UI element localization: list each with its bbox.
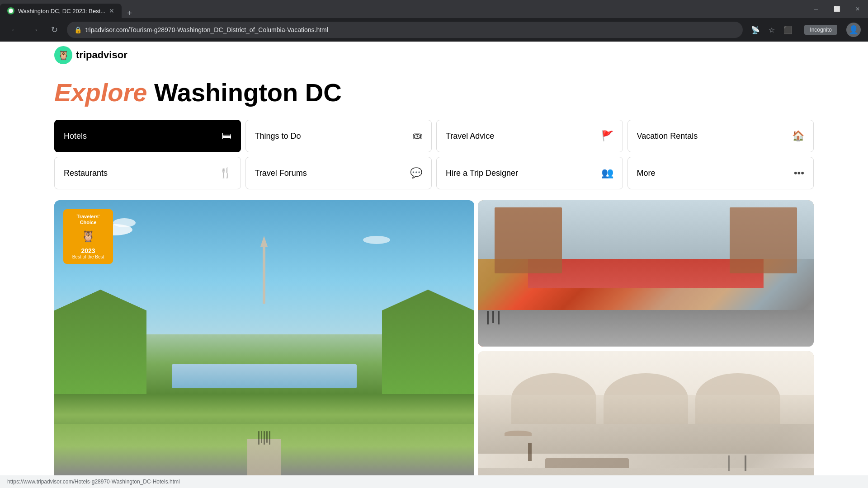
more-label: More <box>637 169 656 178</box>
category-travel-advice[interactable]: Travel Advice 🚩 <box>436 120 623 152</box>
hire-trip-designer-label: Hire a Trip Designer <box>446 169 518 178</box>
travel-forums-icon: 💬 <box>410 167 422 179</box>
city-name: Washington DC <box>154 78 342 107</box>
travel-advice-icon: 🚩 <box>601 130 613 142</box>
status-bar: https://www.tripadvisor.com/Hotels-g2897… <box>0 475 868 488</box>
window-controls: ─ ⬜ ✕ <box>806 0 868 18</box>
left-trees <box>54 290 146 394</box>
site-header: 🦉 tripadvisor <box>0 42 868 69</box>
restaurants-icon: 🍴 <box>219 167 231 179</box>
url-text: tripadvisor.com/Tourism-g28970-Washingto… <box>85 26 328 33</box>
forward-button[interactable]: → <box>27 23 42 37</box>
category-restaurants[interactable]: Restaurants 🍴 <box>54 157 241 189</box>
category-hire-trip-designer[interactable]: Hire a Trip Designer 👥 <box>436 157 623 189</box>
hotels-icon: 🛏 <box>222 130 231 142</box>
explore-heading: Explore Washington DC <box>54 78 814 107</box>
tab-title: Washington DC, DC 2023: Best... <box>18 8 105 14</box>
things-to-do-icon: 🎟 <box>412 130 422 142</box>
category-grid: Hotels 🛏 Things to Do 🎟 Travel Advice 🚩 … <box>54 120 814 189</box>
people-row <box>54 431 474 445</box>
photo-top-bg <box>478 200 814 347</box>
main-content: Explore Washington DC Hotels 🛏 Things to… <box>0 69 868 488</box>
person <box>266 431 268 443</box>
close-window-button[interactable]: ✕ <box>847 2 868 16</box>
bookmark-button[interactable]: ☆ <box>764 23 779 37</box>
hire-trip-designer-icon: 👥 <box>601 167 613 179</box>
photo-bottom-bg <box>478 351 814 488</box>
travel-advice-label: Travel Advice <box>446 131 494 141</box>
category-things-to-do[interactable]: Things to Do 🎟 <box>245 120 432 152</box>
refresh-button[interactable]: ↻ <box>47 23 61 37</box>
vacation-rentals-icon: 🏠 <box>792 130 804 142</box>
photo-bottom-right <box>478 351 814 488</box>
person <box>269 431 270 445</box>
profile-avatar[interactable]: 👤 <box>846 23 861 37</box>
travelers-choice-badge: Travelers'Choice 🦉 2023 Best of the Best <box>63 209 113 264</box>
monument-shaft <box>263 245 265 304</box>
category-travel-forums[interactable]: Travel Forums 💬 <box>245 157 432 189</box>
more-icon: ••• <box>794 167 804 179</box>
status-url: https://www.tripadvisor.com/Hotels-g2897… <box>7 479 180 485</box>
person2 <box>498 311 500 324</box>
category-hotels[interactable]: Hotels 🛏 <box>54 120 241 152</box>
right-trees <box>382 290 474 394</box>
reflecting-pool <box>172 364 357 388</box>
umbrella-pole <box>528 443 532 461</box>
address-bar: ← → ↻ 🔒 tripadvisor.com/Tourism-g28970-W… <box>0 18 868 42</box>
site-name: tripadvisor <box>76 49 127 61</box>
photo-main: Travelers'Choice 🦉 2023 Best of the Best… <box>54 200 474 488</box>
minimize-button[interactable]: ─ <box>806 2 826 16</box>
tab-favicon <box>7 7 14 14</box>
lock-icon: 🔒 <box>74 26 82 33</box>
person <box>258 431 259 445</box>
tab-bar: Washington DC, DC 2023: Best... ✕ + <box>0 0 868 18</box>
category-more[interactable]: More ••• <box>627 157 814 189</box>
owl-icon: 🦉 <box>58 50 69 61</box>
hotels-label: Hotels <box>64 131 87 141</box>
photo-grid: Travelers'Choice 🦉 2023 Best of the Best… <box>54 200 814 488</box>
badge-best-line: Best of the Best <box>72 254 104 259</box>
monument-tip <box>260 236 268 247</box>
photo-top-right <box>478 200 814 347</box>
street-people <box>478 311 814 324</box>
person3 <box>745 455 746 471</box>
building-right <box>730 207 797 273</box>
person <box>264 431 265 445</box>
person4 <box>728 455 730 471</box>
person2 <box>487 311 489 324</box>
badge-owl: 🦉 <box>79 227 97 245</box>
restaurants-label: Restaurants <box>64 169 108 178</box>
main-photo-bg: Travelers'Choice 🦉 2023 Best of the Best… <box>54 200 474 488</box>
page-content: 🦉 tripadvisor Explore Washington DC Hote… <box>0 42 868 488</box>
active-tab[interactable]: Washington DC, DC 2023: Best... ✕ <box>0 4 122 18</box>
tab-favicon-inner <box>9 9 13 13</box>
person2 <box>492 311 494 323</box>
cloud2 <box>113 218 136 227</box>
explore-label: Explore <box>54 78 147 107</box>
person <box>261 431 262 443</box>
tab-bar-wrapper: Washington DC, DC 2023: Best... ✕ + ─ ⬜ … <box>0 0 868 18</box>
vacation-rentals-label: Vacation Rentals <box>637 131 698 141</box>
cast-button[interactable]: 📡 <box>748 23 763 37</box>
maximize-button[interactable]: ⬜ <box>826 2 847 16</box>
url-bar[interactable]: 🔒 tripadvisor.com/Tourism-g28970-Washing… <box>67 22 743 38</box>
things-to-do-label: Things to Do <box>255 131 301 141</box>
sidebar-button[interactable]: ⬛ <box>781 23 795 37</box>
category-vacation-rentals[interactable]: Vacation Rentals 🏠 <box>627 120 814 152</box>
address-actions: 📡 ☆ ⬛ <box>748 23 795 37</box>
umbrella-top <box>505 431 532 436</box>
badge-top-line: Travelers'Choice <box>77 214 100 225</box>
back-button[interactable]: ← <box>7 23 22 37</box>
tab-close-button[interactable]: ✕ <box>109 7 114 14</box>
building-left <box>495 207 562 273</box>
new-tab-button[interactable]: + <box>122 9 137 18</box>
browser-chrome: Washington DC, DC 2023: Best... ✕ + ─ ⬜ … <box>0 0 868 42</box>
badge-year: 2023 <box>81 247 95 254</box>
tripadvisor-logo[interactable]: 🦉 <box>54 46 72 64</box>
travel-forums-label: Travel Forums <box>255 169 307 178</box>
incognito-badge: Incognito <box>804 25 837 35</box>
